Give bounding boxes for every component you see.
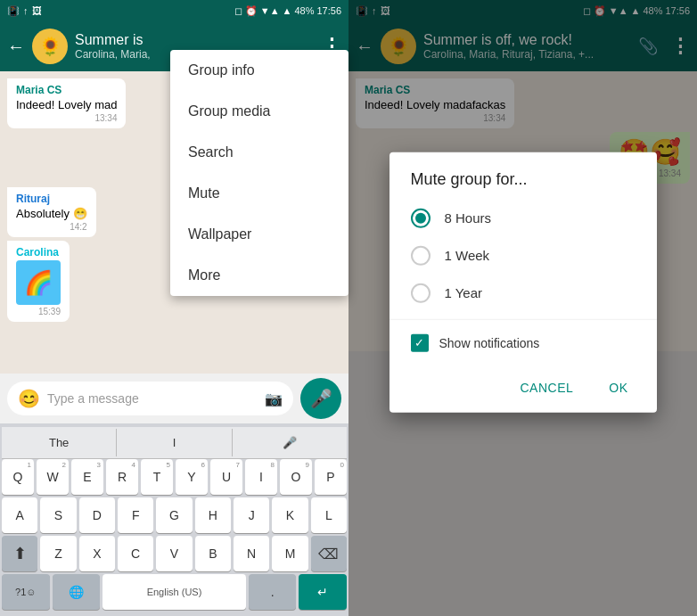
key-num-switch[interactable]: ?1☺: [2, 574, 50, 610]
clock-icon: ⏰: [245, 5, 258, 17]
dropdown-more[interactable]: More: [170, 255, 348, 296]
status-bar-right-icons: ◻ ⏰ ▼▲ ▲ 48% 17:56: [234, 5, 341, 17]
key-v[interactable]: V: [156, 536, 192, 571]
key-u[interactable]: U7: [210, 459, 242, 495]
key-s[interactable]: S: [40, 497, 76, 533]
signal-icon: ▼▲: [260, 5, 280, 16]
dialog-title: Mute group for...: [390, 152, 657, 199]
option-label-1year: 1 Year: [445, 285, 483, 300]
key-e[interactable]: E3: [71, 459, 103, 495]
key-m[interactable]: M: [272, 536, 308, 571]
option-label-1week: 1 Week: [445, 248, 490, 263]
upload-icon: ↑: [23, 5, 29, 16]
suggestion-the[interactable]: The: [2, 429, 117, 456]
right-panel: 📳 ↑ 🖼 ◻ ⏰ ▼▲ ▲ 48% 17:56 ← 🌻 Summer is o…: [348, 0, 697, 616]
radio-1week[interactable]: [411, 245, 430, 265]
status-bar-left-icons: 📳 ↑ 🖼: [7, 5, 42, 17]
time-left: 17:56: [316, 5, 341, 16]
dialog-actions: CANCEL OK: [390, 365, 657, 412]
key-dot[interactable]: .: [249, 574, 297, 610]
message-4-left: Carolina 🌈 15:39: [7, 241, 70, 322]
key-y[interactable]: Y6: [176, 459, 208, 495]
wifi-icon: ▲: [283, 5, 292, 16]
msg-sender-1: Maria CS: [16, 84, 117, 96]
notification-icon: 📳: [7, 5, 20, 17]
msg-time-1: 13:34: [16, 113, 117, 123]
key-row-1: Q1 W2 E3 R4 T5 Y6 U7 I8 O9 P0: [2, 459, 347, 495]
option-label-8hours: 8 Hours: [445, 210, 492, 226]
dialog-checkbox-row[interactable]: ✓ Show notifications: [390, 326, 657, 365]
key-k[interactable]: K: [272, 497, 308, 533]
key-z[interactable]: Z: [40, 536, 76, 571]
suggestion-mic[interactable]: 🎤: [233, 429, 347, 456]
message-input-area: Type a message: [0, 374, 348, 423]
dropdown-group-info[interactable]: Group info: [170, 50, 348, 91]
key-i[interactable]: I8: [245, 459, 277, 495]
input-box[interactable]: Type a message: [7, 382, 293, 415]
left-panel: 📳 ↑ 🖼 ◻ ⏰ ▼▲ ▲ 48% 17:56 ← 🌻 Summer is C…: [0, 0, 348, 616]
key-a[interactable]: A: [2, 497, 37, 533]
radio-1year[interactable]: [411, 283, 430, 302]
dialog-option-8hours[interactable]: 8 Hours: [390, 199, 657, 236]
key-l[interactable]: L: [311, 497, 347, 533]
key-q[interactable]: Q1: [2, 459, 34, 495]
radio-8hours[interactable]: [411, 208, 430, 227]
message-placeholder: Type a message: [47, 391, 258, 406]
key-w[interactable]: W2: [37, 459, 69, 495]
msg-sender-3: Rituraj: [16, 193, 87, 205]
key-t[interactable]: T5: [141, 459, 173, 495]
key-f[interactable]: F: [118, 497, 153, 533]
message-3-left: Rituraj Absolutely 😁 14:2: [7, 187, 96, 237]
avatar-left[interactable]: 🌻: [32, 29, 68, 64]
key-backspace[interactable]: ⌫: [311, 536, 347, 571]
msg-text-3: Absolutely 😁: [16, 207, 87, 220]
key-globe[interactable]: 🌐: [53, 574, 101, 610]
key-g[interactable]: G: [156, 497, 192, 533]
key-b[interactable]: B: [195, 536, 231, 571]
back-button-left[interactable]: ←: [7, 37, 25, 57]
dropdown-menu: Group info Group media Search Mute Wallp…: [170, 50, 348, 296]
msg-sender-4: Carolina: [16, 246, 61, 259]
dialog-option-1week[interactable]: 1 Week: [390, 236, 657, 274]
msg-image-4: 🌈: [16, 260, 61, 305]
mute-dialog: Mute group for... 8 Hours 1 Week 1 Year …: [390, 152, 657, 412]
checkbox-label: Show notifications: [439, 335, 540, 349]
key-o[interactable]: O9: [280, 459, 312, 495]
key-c[interactable]: C: [118, 536, 153, 571]
mic-icon: [310, 388, 332, 409]
battery-text: 48%: [294, 5, 314, 16]
ok-button[interactable]: OK: [594, 373, 642, 401]
msg-text-1: Indeed! Lovely mad: [16, 98, 117, 111]
camera-icon[interactable]: [265, 390, 283, 407]
key-r[interactable]: R4: [106, 459, 138, 495]
emoji-icon[interactable]: [18, 388, 40, 409]
key-enter[interactable]: ↵: [299, 574, 347, 610]
key-h[interactable]: H: [195, 497, 231, 533]
mic-button[interactable]: [300, 378, 341, 419]
sim-icon: ◻: [234, 5, 242, 17]
status-bar-left: 📳 ↑ 🖼 ◻ ⏰ ▼▲ ▲ 48% 17:56: [0, 0, 348, 21]
key-x[interactable]: X: [79, 536, 115, 571]
key-row-bottom: ?1☺ 🌐 English (US) . ↵: [2, 574, 347, 610]
chat-title-left: Summer is: [75, 32, 315, 48]
dialog-option-1year[interactable]: 1 Year: [390, 274, 657, 311]
show-notifications-checkbox[interactable]: ✓: [411, 333, 429, 351]
key-d[interactable]: D: [79, 497, 115, 533]
dialog-divider: [390, 318, 657, 319]
radio-inner-8hours: [415, 212, 426, 223]
msg-time-3: 14:2: [16, 222, 87, 232]
key-j[interactable]: J: [234, 497, 269, 533]
key-n[interactable]: N: [234, 536, 269, 571]
cancel-button[interactable]: CANCEL: [505, 373, 587, 401]
dropdown-search[interactable]: Search: [170, 132, 348, 173]
key-space[interactable]: English (US): [102, 574, 246, 610]
suggestion-i[interactable]: I: [117, 429, 232, 456]
msg-time-4: 15:39: [16, 307, 61, 316]
key-shift[interactable]: ⬆: [2, 536, 37, 571]
keyboard-left: The I 🎤 Q1 W2 E3 R4 T5 Y6 U7 I8 O9 P0 A …: [0, 423, 348, 616]
dropdown-group-media[interactable]: Group media: [170, 91, 348, 132]
photo-icon: 🖼: [32, 5, 42, 16]
dropdown-wallpaper[interactable]: Wallpaper: [170, 214, 348, 255]
dropdown-mute[interactable]: Mute: [170, 173, 348, 214]
key-p[interactable]: P0: [315, 459, 347, 495]
